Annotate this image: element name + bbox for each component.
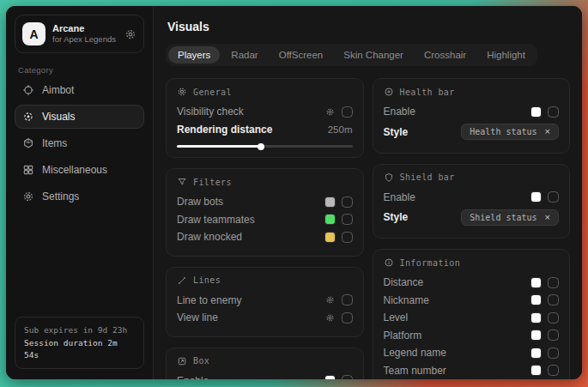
checkbox[interactable] xyxy=(548,294,559,305)
setting-row-nickname: Nickname xyxy=(384,292,560,310)
checkbox[interactable] xyxy=(342,232,353,243)
right-column: Health bar Enable Style Health status xyxy=(373,78,571,379)
sidebar-item-visuals[interactable]: Visuals xyxy=(15,105,144,129)
checkbox[interactable] xyxy=(342,214,353,225)
checkbox[interactable] xyxy=(548,330,559,341)
checkbox[interactable] xyxy=(548,348,559,359)
section-title: General xyxy=(193,88,232,97)
health-icon xyxy=(384,87,394,97)
color-swatch[interactable] xyxy=(325,197,335,207)
line-icon xyxy=(177,275,187,286)
setting-row-distance: Distance xyxy=(384,274,560,292)
setting-row-level: Level xyxy=(384,309,560,327)
setting-row-line-to-enemy: Line to enemy xyxy=(177,292,353,310)
setting-label: Enable xyxy=(177,375,209,379)
info-icon xyxy=(384,257,394,268)
setting-row-legend-name: Legend name xyxy=(384,344,560,362)
tab-crosshair[interactable]: Crosshair xyxy=(415,46,476,63)
setting-label: Draw bots xyxy=(177,196,223,208)
sidebar-item-aimbot[interactable]: Aimbot xyxy=(15,78,144,102)
app-window: A Arcane for Apex Legends Category Aimbo… xyxy=(6,6,582,379)
color-swatch[interactable] xyxy=(531,348,541,358)
section-shield-bar: Shield bar Enable Style Shield status xyxy=(373,164,571,239)
setting-label: View line xyxy=(177,311,218,324)
select-value: Health status xyxy=(470,127,536,136)
color-swatch[interactable] xyxy=(531,366,541,375)
setting-label: Legend name xyxy=(384,347,446,359)
eye-icon xyxy=(22,111,34,123)
gear-icon[interactable] xyxy=(124,28,136,40)
slider-thumb[interactable] xyxy=(258,143,264,150)
slider-fill xyxy=(177,145,261,148)
brand-logo: A xyxy=(22,22,45,45)
section-header: Health bar xyxy=(384,87,560,97)
color-swatch[interactable] xyxy=(531,107,541,117)
section-filters: Filters Draw bots Draw teammates xyxy=(166,168,364,257)
tab-highlight[interactable]: Highlight xyxy=(477,46,535,63)
checkbox[interactable] xyxy=(342,375,353,379)
setting-row-shield-enable: Enable xyxy=(384,189,560,207)
setting-row-platform: Platform xyxy=(384,327,560,345)
checkbox[interactable] xyxy=(342,312,353,324)
checkbox[interactable] xyxy=(548,106,559,118)
rendering-distance-slider[interactable] xyxy=(177,145,353,148)
cube-icon xyxy=(22,137,34,149)
gear-icon xyxy=(177,87,187,97)
color-swatch[interactable] xyxy=(325,215,335,224)
brand-name: Arcane xyxy=(52,23,118,35)
checkbox[interactable] xyxy=(548,277,559,288)
sidebar-item-settings[interactable]: Settings xyxy=(15,184,144,209)
setting-row-draw-knocked: Draw knocked xyxy=(177,228,353,246)
section-health-bar: Health bar Enable Style Health status xyxy=(373,78,571,154)
section-header: Filters xyxy=(177,177,353,187)
color-swatch[interactable] xyxy=(325,233,335,242)
sidebar-item-label: Items xyxy=(42,137,67,149)
tab-bar: Players Radar OffScreen Skin Changer Cro… xyxy=(166,44,537,66)
section-header: Box xyxy=(177,356,353,366)
checkbox[interactable] xyxy=(548,191,559,203)
gear-icon[interactable] xyxy=(325,313,335,323)
color-swatch[interactable] xyxy=(531,330,541,340)
color-swatch[interactable] xyxy=(531,278,541,287)
brand-card: A Arcane for Apex Legends xyxy=(15,15,144,53)
checkbox[interactable] xyxy=(548,312,559,324)
color-swatch[interactable] xyxy=(531,192,541,202)
section-box: Box Enable Enable background xyxy=(166,348,364,380)
sidebar-item-items[interactable]: Items xyxy=(15,131,144,155)
checkbox[interactable] xyxy=(342,294,353,305)
setting-label: Level xyxy=(384,311,409,324)
tab-offscreen[interactable]: OffScreen xyxy=(270,46,333,63)
setting-row-box-enable: Enable xyxy=(177,372,353,380)
section-header: Shield bar xyxy=(384,172,560,183)
tab-players[interactable]: Players xyxy=(168,46,220,63)
left-column: General Visibility check xyxy=(166,78,364,379)
page-title: Visuals xyxy=(167,20,570,33)
sidebar-item-miscellaneous[interactable]: Miscellaneous xyxy=(15,158,144,182)
filter-icon xyxy=(177,177,187,187)
setting-row-visibility-check: Visibility check xyxy=(177,103,353,121)
checkbox[interactable] xyxy=(548,365,559,376)
checkbox[interactable] xyxy=(342,197,353,208)
main-panel: Visuals Players Radar OffScreen Skin Cha… xyxy=(154,6,582,379)
setting-row-health-enable: Enable xyxy=(384,103,560,121)
setting-label: Line to enemy xyxy=(177,294,241,306)
tab-skin-changer[interactable]: Skin Changer xyxy=(334,46,413,63)
checkbox[interactable] xyxy=(342,106,353,118)
style-select[interactable]: Health status × xyxy=(461,124,559,140)
style-select[interactable]: Shield status × xyxy=(461,209,559,226)
gear-icon[interactable] xyxy=(325,295,335,305)
gear-icon[interactable] xyxy=(325,107,335,117)
setting-label: Visibility check xyxy=(177,106,244,118)
color-swatch[interactable] xyxy=(325,376,335,379)
sidebar: A Arcane for Apex Legends Category Aimbo… xyxy=(6,6,154,379)
color-swatch[interactable] xyxy=(531,313,541,323)
tab-radar[interactable]: Radar xyxy=(221,46,267,63)
section-title: Filters xyxy=(193,178,232,187)
sidebar-item-label: Settings xyxy=(42,190,79,203)
clear-icon[interactable]: × xyxy=(545,213,550,222)
section-title: Information xyxy=(400,258,461,268)
category-label: Category xyxy=(18,65,141,75)
subscription-card: Sub expires in 9d 23h Session duration 2… xyxy=(15,317,144,369)
clear-icon[interactable]: × xyxy=(545,127,550,136)
color-swatch[interactable] xyxy=(531,295,541,305)
